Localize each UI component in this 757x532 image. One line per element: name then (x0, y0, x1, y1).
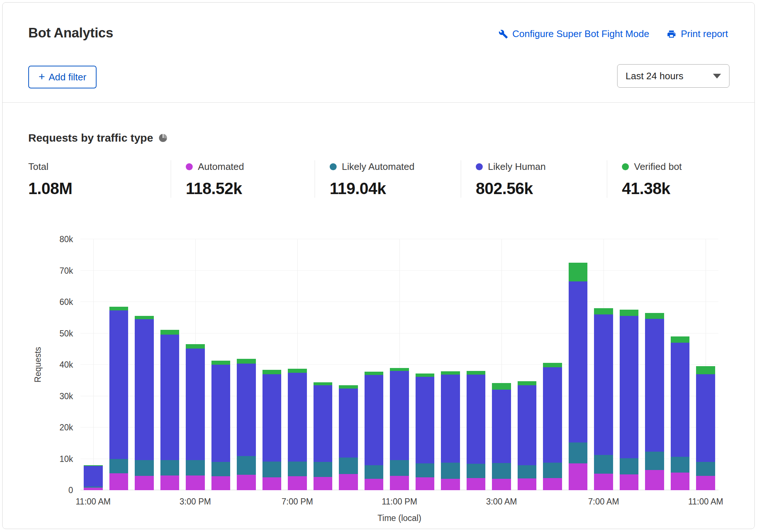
time-range-value: Last 24 hours (626, 70, 684, 82)
bar-segment-automated (416, 477, 435, 490)
bar-segment-verified-bot (186, 344, 205, 349)
bar-segment-automated (390, 476, 409, 490)
bar-segment-likely-automated (237, 456, 256, 475)
bar-segment-verified-bot (390, 368, 409, 371)
stacked-bar (262, 239, 282, 490)
bar-segment-verified-bot (262, 370, 282, 374)
stat-total: Total 1.08M (28, 160, 171, 198)
configure-link-label: Configure Super Bot Fight Mode (512, 28, 649, 40)
bar-segment-likely-human (467, 375, 486, 464)
y-tick-label: 80k (59, 234, 73, 244)
bar-segment-likely-automated (288, 462, 307, 476)
stat-label: Likely Human (488, 161, 546, 172)
bar-segment-likely-human (262, 374, 282, 462)
stat-value: 1.08M (28, 179, 160, 198)
bar-segment-likely-human (543, 367, 562, 463)
stacked-bar (186, 239, 205, 490)
bar-segment-verified-bot (594, 308, 613, 314)
stat-likely-automated: Likely Automated 119.04k (315, 160, 461, 198)
stat-verified-bot: Verified bot 41.38k (607, 160, 693, 198)
configure-super-bot-fight-mode-link[interactable]: Configure Super Bot Fight Mode (499, 28, 649, 40)
bar-segment-likely-automated (441, 463, 460, 479)
bar-segment-automated (696, 476, 715, 490)
x-tick-label: 11:00 PM (382, 497, 417, 507)
bar-segment-automated (288, 476, 307, 490)
bar-segment-automated (671, 473, 690, 490)
y-tick-label: 10k (59, 454, 73, 464)
add-filter-button[interactable]: + Add filter (28, 66, 97, 88)
bar-segment-automated (467, 478, 486, 490)
bar-segment-automated (339, 474, 358, 490)
stacked-bar (314, 239, 333, 490)
plot-area: 010k20k30k40k50k60k70k80k (80, 239, 718, 490)
y-tick-label: 60k (59, 297, 73, 307)
stacked-bar (109, 239, 128, 490)
bar-segment-likely-human (211, 365, 231, 462)
bar-segment-verified-bot (160, 330, 180, 335)
add-filter-label: Add filter (49, 72, 87, 83)
stacked-bar (211, 239, 231, 490)
bar-segment-likely-automated (390, 460, 409, 476)
stat-value: 119.04k (330, 179, 450, 198)
y-tick-label: 20k (59, 423, 73, 433)
bar-segment-automated (314, 477, 333, 490)
bar-segment-likely-human (339, 389, 358, 458)
bar-segment-likely-automated (467, 464, 486, 478)
section-title: Requests by traffic type (28, 132, 153, 144)
stacked-bar (135, 239, 154, 490)
bar-segment-likely-human (109, 310, 128, 459)
time-range-select[interactable]: Last 24 hours (617, 64, 729, 88)
section-title-row: Requests by traffic type (28, 132, 167, 144)
bar-segment-likely-automated (339, 458, 358, 474)
bar-segment-likely-human (135, 319, 154, 460)
bar-segment-automated (109, 473, 128, 490)
bar-segment-likely-automated (594, 455, 613, 473)
bar-segment-verified-bot (211, 361, 231, 365)
bar-segment-verified-bot (620, 310, 639, 316)
stats-row: Total 1.08M Automated 118.52k Likely Aut… (28, 160, 735, 198)
bar-segment-automated (569, 463, 588, 490)
legend-dot-likely-automated (330, 163, 337, 170)
stacked-bar (339, 239, 358, 490)
bar-segment-likely-human (594, 314, 613, 455)
bar-segment-likely-automated (671, 457, 690, 473)
bar-segment-verified-bot (467, 371, 486, 375)
bar-segment-automated (84, 488, 103, 490)
bar-segment-likely-automated (518, 465, 537, 479)
bar-segment-automated (620, 474, 639, 490)
bar-segment-automated (211, 476, 231, 490)
stacked-bar (390, 239, 409, 490)
print-link-label: Print report (681, 28, 728, 40)
bar-segment-verified-bot (365, 372, 384, 375)
bar-segment-likely-automated (262, 462, 282, 477)
stat-likely-human: Likely Human 802.56k (461, 160, 607, 198)
bar-segment-likely-human (288, 373, 307, 462)
stacked-bar (160, 239, 180, 490)
bar-segment-likely-human (314, 385, 333, 462)
wrench-icon (499, 29, 508, 39)
stat-automated: Automated 118.52k (171, 160, 315, 198)
bar-segment-automated (441, 479, 460, 490)
x-tick-label: 7:00 PM (282, 497, 313, 507)
bar-segment-verified-bot (518, 381, 537, 386)
bar-segment-automated (518, 478, 537, 490)
bar-segment-verified-bot (645, 313, 664, 319)
bar-segment-verified-bot (696, 366, 715, 374)
stacked-bar (518, 239, 537, 490)
bar-segment-likely-automated (135, 460, 154, 476)
stacked-bar (594, 239, 613, 490)
stacked-bar (645, 239, 664, 490)
stacked-bar (237, 239, 256, 490)
bar-segment-automated (594, 474, 613, 490)
bar-segment-likely-automated (160, 460, 180, 475)
bar-segment-likely-automated (620, 458, 639, 474)
bar-segment-likely-automated (186, 460, 205, 475)
x-tick-label: 3:00 AM (486, 497, 517, 507)
bar-segment-verified-bot (135, 316, 154, 319)
bar-segment-verified-bot (492, 383, 511, 390)
legend-dot-likely-human (476, 163, 483, 170)
bar-segment-verified-bot (416, 374, 435, 377)
stacked-bar (492, 239, 511, 490)
print-report-link[interactable]: Print report (667, 28, 728, 40)
stat-value: 802.56k (476, 179, 596, 198)
